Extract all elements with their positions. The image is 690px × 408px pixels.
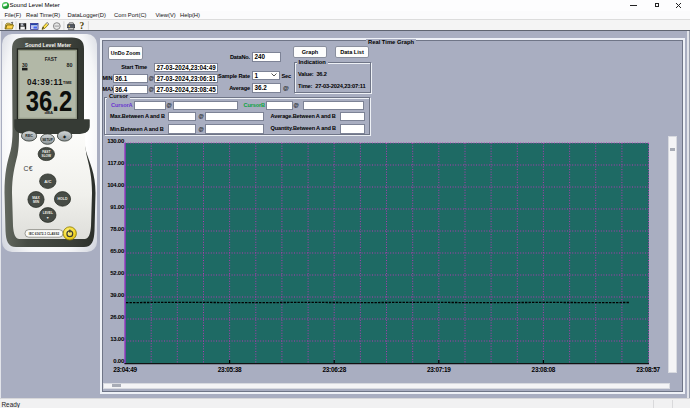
svg-text:Sound Level Meter: Sound Level Meter bbox=[25, 42, 71, 48]
svg-text:LEVEL: LEVEL bbox=[43, 211, 53, 215]
svg-text:?: ? bbox=[80, 21, 85, 31]
svg-text:SETUP: SETUP bbox=[42, 138, 54, 142]
svg-text:REC: REC bbox=[25, 134, 33, 138]
svg-text:C€: C€ bbox=[24, 165, 34, 172]
svg-text:▼: ▼ bbox=[46, 216, 49, 220]
svg-text:30: 30 bbox=[22, 62, 28, 68]
svg-text:SLOW: SLOW bbox=[42, 154, 52, 158]
svg-text:A/C: A/C bbox=[44, 179, 51, 184]
svg-text:HOLD: HOLD bbox=[58, 197, 68, 201]
svg-text:IEC 61672-1 CLASS2: IEC 61672-1 CLASS2 bbox=[29, 232, 60, 236]
svg-text:MIN: MIN bbox=[33, 200, 40, 204]
svg-text:dBA: dBA bbox=[45, 110, 54, 115]
svg-text:80: 80 bbox=[67, 62, 73, 68]
svg-text:FAST: FAST bbox=[45, 57, 57, 62]
